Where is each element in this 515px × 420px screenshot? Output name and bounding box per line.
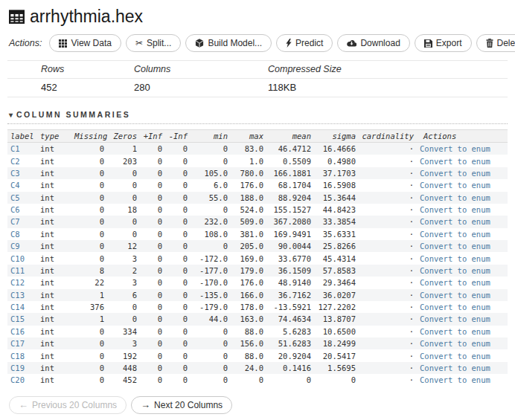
column-actions-cell: Convert to enum	[417, 204, 508, 216]
table-row: C10 int 0 3 0 0 -172.0 169.0 33.6770 45.…	[7, 252, 508, 264]
column-actions-cell: Convert to enum	[417, 228, 508, 240]
column-label-link[interactable]: C16	[10, 327, 25, 336]
column-label-link[interactable]: C17	[10, 339, 25, 348]
column-label-link[interactable]: C6	[10, 205, 20, 214]
missing-cell: 0	[71, 204, 107, 216]
convert-to-enum-link[interactable]: Convert to enum	[420, 254, 490, 263]
cardinality-cell: ·	[359, 349, 417, 361]
column-label-link[interactable]: C20	[10, 375, 25, 384]
min-cell: 0	[191, 337, 231, 349]
convert-to-enum-link[interactable]: Convert to enum	[420, 303, 490, 311]
convert-to-enum-link[interactable]: Convert to enum	[420, 230, 490, 239]
convert-to-enum-link[interactable]: Convert to enum	[420, 364, 490, 372]
ninf-cell: 0	[165, 143, 191, 155]
column-label-link[interactable]: C7	[10, 217, 20, 226]
split-button[interactable]: ✂ Split...	[126, 34, 181, 52]
table-row: C20 int 0 452 0 0 0 0 0 0 · Convert to e…	[7, 374, 508, 386]
ninf-cell: 0	[165, 362, 191, 374]
convert-to-enum-link[interactable]: Convert to enum	[420, 169, 490, 178]
sigma-cell: 127.2202	[314, 301, 359, 313]
section-title: COLUMN SUMMARIES	[16, 110, 130, 119]
ninf-cell: 0	[165, 374, 191, 386]
column-label-link[interactable]: C12	[10, 278, 25, 287]
convert-to-enum-link[interactable]: Convert to enum	[420, 352, 490, 361]
column-type-cell: int	[37, 167, 71, 179]
convert-to-enum-link[interactable]: Convert to enum	[420, 205, 490, 214]
convert-to-enum-link[interactable]: Convert to enum	[420, 193, 490, 202]
predict-button[interactable]: Predict	[276, 34, 333, 52]
min-cell: -179.0	[191, 301, 231, 313]
zeros-cell: 0	[107, 216, 140, 227]
column-label-cell: C18	[7, 349, 37, 361]
pinf-cell: 0	[140, 192, 165, 204]
ninf-cell: 0	[165, 252, 191, 264]
table-row: C19 int 0 448 0 0 0 24.0 0.1416 1.5695 ·…	[7, 362, 508, 374]
column-label-cell: C14	[7, 301, 37, 313]
column-label-link[interactable]: C8	[10, 230, 20, 239]
min-cell: 0	[191, 204, 231, 216]
convert-to-enum-link[interactable]: Convert to enum	[420, 375, 490, 384]
column-label-link[interactable]: C3	[10, 169, 20, 178]
rows-value: 452	[41, 82, 134, 93]
build-model-button[interactable]: Build Model...	[185, 34, 272, 52]
delete-button[interactable]: Delete	[476, 34, 515, 52]
convert-to-enum-link[interactable]: Convert to enum	[420, 181, 490, 190]
convert-to-enum-link[interactable]: Convert to enum	[420, 339, 490, 348]
mean-cell: -13.5921	[266, 301, 314, 313]
column-label-cell: C3	[7, 167, 37, 179]
cardinality-cell: ·	[359, 313, 417, 325]
column-label-cell: C16	[7, 326, 37, 337]
column-label-link[interactable]: C15	[10, 314, 25, 323]
column-label-cell: C9	[7, 240, 37, 252]
convert-to-enum-link[interactable]: Convert to enum	[420, 157, 490, 166]
table-row: C4 int 0 0 0 0 6.0 176.0 68.1704 16.5908…	[7, 179, 508, 191]
columns-header: Columns	[134, 64, 268, 74]
column-label-link[interactable]: C13	[10, 291, 25, 300]
column-actions-cell: Convert to enum	[417, 301, 508, 313]
convert-to-enum-link[interactable]: Convert to enum	[420, 327, 490, 336]
column-label-link[interactable]: C18	[10, 352, 25, 361]
table-row: C9 int 0 12 0 0 0 205.0 90.0044 25.8266 …	[7, 240, 508, 252]
convert-to-enum-link[interactable]: Convert to enum	[420, 217, 490, 226]
convert-to-enum-link[interactable]: Convert to enum	[420, 242, 490, 251]
download-button[interactable]: Download	[337, 34, 409, 52]
previous-20-columns-button[interactable]: ← Previous 20 Columns	[9, 396, 127, 414]
column-label-link[interactable]: C10	[10, 254, 25, 263]
mean-cell: 36.1509	[266, 265, 314, 277]
column-summaries-section-header[interactable]: ▾ COLUMN SUMMARIES	[7, 110, 508, 124]
ninf-cell: 0	[165, 289, 191, 301]
column-label-link[interactable]: C9	[10, 242, 20, 251]
pinf-cell: 0	[140, 216, 165, 227]
min-cell: 105.0	[191, 167, 231, 179]
next-20-columns-button[interactable]: → Next 20 Columns	[131, 396, 232, 414]
cardinality-cell: ·	[359, 326, 417, 337]
sigma-cell: 16.5908	[314, 179, 359, 191]
column-label-link[interactable]: C11	[10, 266, 25, 275]
frame-meta: Rows Columns Compressed Size 452 280 118…	[7, 60, 508, 97]
column-label-link[interactable]: C5	[10, 193, 20, 202]
column-label-link[interactable]: C2	[10, 157, 20, 166]
column-label-link[interactable]: C1	[10, 144, 20, 153]
convert-to-enum-link[interactable]: Convert to enum	[420, 144, 490, 153]
min-cell: 0	[191, 362, 231, 374]
mean-cell: 51.6283	[266, 337, 314, 349]
max-cell: 24.0	[231, 362, 266, 374]
column-label-link[interactable]: C14	[10, 303, 25, 311]
pinf-cell: 0	[140, 289, 165, 301]
export-button[interactable]: Export	[415, 34, 472, 52]
mean-cell: 166.1881	[266, 167, 314, 179]
min-cell: -177.0	[191, 265, 231, 277]
actions-label: Actions:	[9, 38, 42, 48]
cardinality-cell: ·	[359, 155, 417, 167]
convert-to-enum-link[interactable]: Convert to enum	[420, 314, 490, 323]
column-type-cell: int	[37, 204, 71, 216]
convert-to-enum-link[interactable]: Convert to enum	[420, 278, 490, 287]
cardinality-cell: ·	[359, 179, 417, 191]
convert-to-enum-link[interactable]: Convert to enum	[420, 266, 490, 275]
convert-to-enum-link[interactable]: Convert to enum	[420, 291, 490, 300]
column-label-link[interactable]: C4	[10, 181, 20, 190]
column-type-cell: int	[37, 143, 71, 155]
pinf-cell: 0	[140, 326, 165, 337]
view-data-button[interactable]: View Data	[49, 34, 121, 52]
column-label-link[interactable]: C19	[10, 364, 25, 372]
